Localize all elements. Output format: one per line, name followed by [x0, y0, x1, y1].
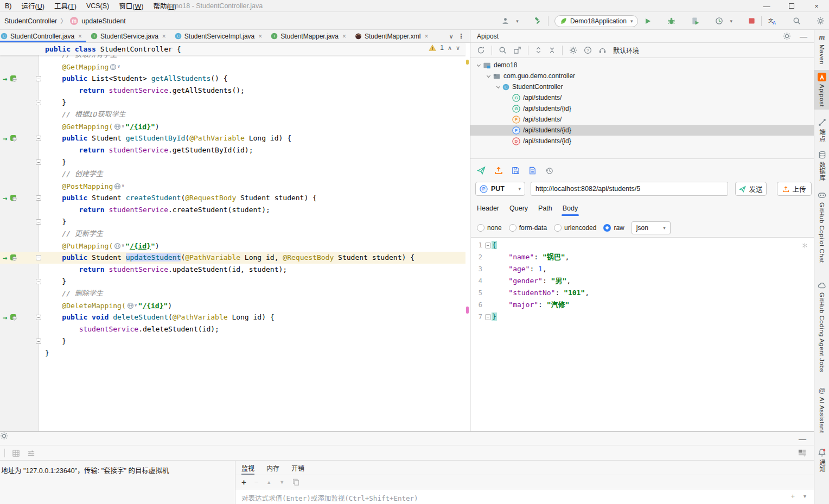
- run-endpoint-gutter-icon[interactable]: →: [3, 312, 17, 322]
- cloud-icon[interactable]: [818, 281, 826, 290]
- run-endpoint-gutter-icon[interactable]: →: [3, 253, 17, 263]
- prev-problem-icon[interactable]: ∧: [448, 44, 452, 52]
- hide-panel-icon[interactable]: —: [799, 435, 806, 443]
- request-mapping-icon[interactable]: ∨: [110, 61, 120, 73]
- fold-marker-icon[interactable]: [36, 219, 41, 225]
- code-editor[interactable]: // 获取所有学生 @GetMapping∨→ public List<Stud…: [0, 43, 470, 431]
- debug-icon[interactable]: [667, 17, 675, 25]
- class-icon[interactable]: C: [175, 33, 182, 40]
- menu-item[interactable]: 工具(T): [49, 1, 81, 11]
- tool-window-button-apipost[interactable]: Apipost: [814, 70, 829, 110]
- watch-tab-内存[interactable]: 内存: [266, 461, 279, 475]
- apipost-tree-item[interactable]: demo18: [470, 60, 814, 71]
- hammer-icon[interactable]: [534, 17, 542, 25]
- body-mode-radio-none[interactable]: none: [477, 224, 502, 232]
- tool-window-button-cloud[interactable]: GitHub Coding Agent Jobs: [814, 278, 829, 375]
- menu-item[interactable]: VCS(S): [81, 2, 114, 10]
- search-icon[interactable]: [793, 17, 801, 25]
- get-endpoint-icon[interactable]: G: [512, 94, 520, 102]
- send-button[interactable]: 发送: [735, 182, 767, 196]
- endpoint-cube-icon[interactable]: [10, 254, 17, 261]
- environment-label[interactable]: 默认环境: [613, 46, 639, 55]
- request-mapping-icon[interactable]: ∨: [127, 299, 137, 311]
- upload-icon[interactable]: [494, 166, 503, 175]
- project-icon[interactable]: [483, 61, 491, 69]
- body-mode-radio-form-data[interactable]: form-data: [509, 224, 547, 232]
- user-icon[interactable]: [501, 17, 509, 25]
- tool-window-button-bell[interactable]: 通知: [814, 445, 829, 475]
- copilot-icon[interactable]: [818, 191, 826, 200]
- watch-tab-监视[interactable]: 监视: [241, 461, 254, 475]
- method-select[interactable]: P PUT ▾: [475, 182, 525, 196]
- apipost-tree-item[interactable]: D/api/students/{id}: [470, 136, 814, 146]
- inspections-widget[interactable]: 1 ∧ ∨: [429, 44, 460, 52]
- interface-icon[interactable]: I: [271, 33, 278, 40]
- expand-all-icon[interactable]: [535, 47, 542, 54]
- profiler-icon[interactable]: [715, 17, 723, 25]
- settings-icon[interactable]: [783, 32, 791, 40]
- editor-tab-StudentMapper.xml[interactable]: StudentMapper.xml×: [350, 30, 432, 42]
- close-icon[interactable]: ×: [804, 0, 829, 12]
- fold-marker-icon[interactable]: [36, 100, 41, 105]
- fold-marker-icon[interactable]: [36, 279, 41, 284]
- more-options-icon[interactable]: ⋮: [458, 33, 464, 40]
- request-tab-Path[interactable]: Path: [538, 201, 552, 216]
- close-tab-icon[interactable]: ×: [424, 33, 428, 40]
- beautify-icon[interactable]: [801, 242, 808, 249]
- docs-icon[interactable]: [528, 167, 537, 175]
- json-body-editor[interactable]: 1{2 "name": "锅巴",3 "age": 1,4 "gender": …: [471, 237, 814, 431]
- chevron-down-icon[interactable]: ∨: [449, 33, 454, 40]
- duplicate-icon[interactable]: [292, 479, 299, 486]
- package-icon[interactable]: [493, 72, 501, 80]
- body-mode-radio-raw[interactable]: raw: [603, 224, 624, 232]
- body-format-select[interactable]: json▾: [632, 221, 671, 234]
- apipost-tree-item[interactable]: P/api/students/{id}: [470, 125, 814, 136]
- tool-window-button-copilot[interactable]: GitHub Copilot Chat: [814, 188, 829, 266]
- delete-endpoint-icon[interactable]: D: [512, 137, 520, 145]
- apipost-tree-item[interactable]: G/api/students/: [470, 92, 814, 103]
- run-endpoint-gutter-icon[interactable]: →: [3, 133, 17, 143]
- interface-icon[interactable]: I: [91, 33, 98, 40]
- evaluate-expression-input[interactable]: 对表达式求值(Enter)或添加监视(Ctrl+Shift+Enter) + ▼: [235, 489, 814, 504]
- settings-icon[interactable]: [817, 17, 825, 25]
- play-icon[interactable]: [644, 17, 652, 25]
- editor-tab-StudentServiceImpl.java[interactable]: CStudentServiceImpl.java×: [170, 30, 266, 42]
- upload-button[interactable]: 上传: [777, 182, 812, 196]
- tool-window-button-ai-assistant[interactable]: @AI Assistant: [814, 384, 829, 436]
- refresh-icon[interactable]: [477, 46, 485, 54]
- fold-marker-icon[interactable]: [36, 195, 41, 201]
- request-mapping-icon[interactable]: ∨: [114, 180, 124, 192]
- request-tab-Query[interactable]: Query: [509, 201, 528, 216]
- move-up-icon[interactable]: ▲: [266, 480, 271, 485]
- class-icon[interactable]: C: [1, 33, 8, 40]
- mybatis-icon[interactable]: [355, 33, 362, 40]
- request-mapping-icon[interactable]: ∨: [114, 120, 124, 132]
- breadcrumb-class[interactable]: StudentController: [4, 17, 57, 25]
- close-tab-icon[interactable]: ×: [258, 33, 262, 40]
- hide-panel-icon[interactable]: —: [800, 32, 807, 41]
- sliders-icon[interactable]: [27, 449, 35, 457]
- close-tab-icon[interactable]: ×: [78, 33, 82, 40]
- breadcrumb-method[interactable]: updateStudent: [81, 17, 125, 25]
- close-tab-icon[interactable]: ×: [342, 33, 346, 40]
- send-plane-icon[interactable]: [477, 166, 486, 175]
- maven-icon[interactable]: m: [819, 33, 825, 42]
- next-problem-icon[interactable]: ∨: [456, 44, 460, 52]
- menu-item[interactable]: 运行(U): [17, 1, 49, 11]
- fold-marker-icon[interactable]: [36, 339, 41, 344]
- apipost-icon[interactable]: [818, 73, 826, 81]
- run-endpoint-gutter-icon[interactable]: →: [3, 193, 17, 203]
- post-endpoint-icon[interactable]: P: [512, 116, 520, 124]
- endpoint-cube-icon[interactable]: [10, 75, 17, 82]
- close-tab-icon[interactable]: ×: [162, 33, 166, 40]
- apipost-tree-item[interactable]: G/api/students/{id}: [470, 103, 814, 114]
- tree-chevron-icon[interactable]: [475, 61, 483, 69]
- settings-icon[interactable]: [0, 432, 8, 440]
- editor-tab-StudentController.java[interactable]: CStudentController.java×: [0, 30, 86, 42]
- endpoints-icon[interactable]: [818, 118, 826, 126]
- endpoint-cube-icon[interactable]: [10, 135, 17, 142]
- get-endpoint-icon[interactable]: G: [512, 105, 520, 113]
- ai-assistant-icon[interactable]: @: [819, 386, 826, 394]
- history-icon[interactable]: [545, 167, 553, 175]
- database-icon[interactable]: [818, 151, 826, 159]
